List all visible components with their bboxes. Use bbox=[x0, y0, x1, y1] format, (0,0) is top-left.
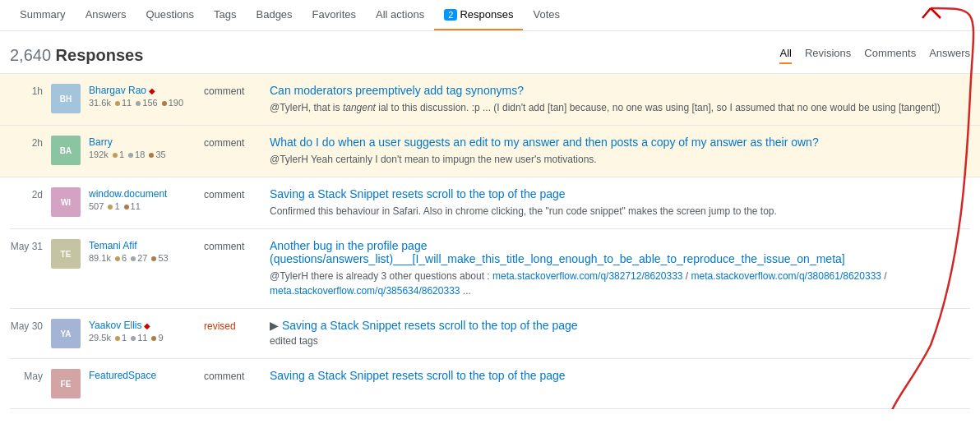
item-content: Can moderators preemptively add tag syno… bbox=[270, 84, 970, 115]
item-user: Yaakov Ellis ◆29.5k 1 11 9 bbox=[89, 319, 196, 343]
item-time: 2h bbox=[10, 136, 43, 149]
nav-item-favorites[interactable]: Favorites bbox=[303, 0, 366, 30]
item-row: May 30YAYaakov Ellis ◆29.5k 1 11 9revise… bbox=[10, 309, 970, 359]
item-row: 1hBHBhargav Rao ◆31.6k 11 156 190comment… bbox=[0, 74, 980, 126]
nav-item-badges[interactable]: Badges bbox=[247, 0, 303, 30]
username-link[interactable]: FeaturedSpace bbox=[89, 370, 156, 381]
item-content: ▶Saving a Stack Snippet resets scroll to… bbox=[270, 319, 970, 347]
top-nav: SummaryAnswersQuestionsTagsBadgesFavorit… bbox=[0, 0, 980, 31]
question-title-link[interactable]: Saving a Stack Snippet resets scroll to … bbox=[270, 369, 970, 382]
question-title-link[interactable]: Can moderators preemptively add tag syno… bbox=[270, 84, 970, 97]
page-wrapper: SummaryAnswersQuestionsTagsBadgesFavorit… bbox=[0, 0, 980, 409]
items-list: 1hBHBhargav Rao ◆31.6k 11 156 190comment… bbox=[0, 74, 980, 409]
filter-tab-answers[interactable]: Answers bbox=[929, 47, 970, 64]
question-title-link[interactable]: Another bug in the profile page (questio… bbox=[270, 239, 970, 265]
item-avatar: WI bbox=[51, 187, 81, 217]
item-row: May 31TETemani Afif89.1k 6 27 53commentA… bbox=[10, 229, 970, 309]
item-type: comment bbox=[204, 136, 261, 149]
username-link[interactable]: window.document bbox=[89, 188, 167, 200]
item-time: May 30 bbox=[10, 319, 43, 332]
item-row: 2hBABarry192k 1 18 35commentWhat do I do… bbox=[0, 126, 980, 177]
username-link[interactable]: Yaakov Ellis ◆ bbox=[89, 320, 150, 331]
item-time: May 31 bbox=[10, 239, 43, 252]
item-type: revised bbox=[204, 319, 261, 332]
item-user: Temani Afif89.1k 6 27 53 bbox=[89, 239, 196, 263]
username-link[interactable]: Temani Afif bbox=[89, 240, 137, 251]
item-user: window.document507 1 11 bbox=[89, 187, 196, 211]
response-count: 2,640 bbox=[10, 46, 56, 64]
nav-item-questions[interactable]: Questions bbox=[136, 0, 204, 30]
nav-item-responses[interactable]: 2Responses bbox=[434, 0, 523, 30]
user-rep: 192k 1 18 35 bbox=[89, 150, 196, 159]
filter-tabs: AllRevisionsCommentsAnswers bbox=[779, 47, 970, 64]
page-title: 2,640 Responses bbox=[10, 46, 143, 65]
item-type: comment bbox=[204, 187, 261, 200]
comment-text: @TylerH Yeah certainly I don't mean to i… bbox=[270, 152, 970, 167]
edit-note: edited tags bbox=[270, 335, 970, 347]
question-title-link[interactable]: ▶Saving a Stack Snippet resets scroll to… bbox=[270, 319, 970, 332]
filter-tab-revisions[interactable]: Revisions bbox=[805, 47, 851, 64]
filter-tab-all[interactable]: All bbox=[779, 47, 791, 64]
question-title-link[interactable]: What do I do when a user suggests an edi… bbox=[270, 136, 970, 149]
item-type: comment bbox=[204, 239, 261, 252]
user-rep: 89.1k 6 27 53 bbox=[89, 253, 196, 263]
nav-item-summary[interactable]: Summary bbox=[10, 0, 76, 30]
nav-item-votes[interactable]: Votes bbox=[523, 0, 570, 30]
comment-text: @TylerH there is already 3 other questio… bbox=[270, 269, 970, 298]
response-label: Responses bbox=[56, 46, 144, 64]
item-content: What do I do when a user suggests an edi… bbox=[270, 136, 970, 167]
user-rep: 507 1 11 bbox=[89, 201, 196, 211]
item-row: 2dWIwindow.document507 1 11commentSaving… bbox=[10, 177, 970, 229]
item-avatar: YA bbox=[51, 319, 81, 348]
item-type: comment bbox=[204, 369, 261, 382]
comment-text: @TylerH, that is tangent ial to this dis… bbox=[270, 100, 970, 115]
comment-text: Confirmed this behaviour in Safari. Also… bbox=[270, 204, 970, 219]
question-title-link[interactable]: Saving a Stack Snippet resets scroll to … bbox=[270, 187, 970, 200]
item-avatar: FE bbox=[51, 369, 81, 398]
nav-item-tags[interactable]: Tags bbox=[204, 0, 246, 30]
item-avatar: TE bbox=[51, 239, 81, 269]
nav-item-answers[interactable]: Answers bbox=[76, 0, 136, 30]
item-time: 2d bbox=[10, 187, 43, 200]
item-user: Bhargav Rao ◆31.6k 11 156 190 bbox=[89, 84, 196, 108]
item-avatar: BH bbox=[51, 84, 81, 113]
item-type: comment bbox=[204, 84, 261, 97]
username-link[interactable]: Barry bbox=[89, 136, 113, 148]
item-user: Barry192k 1 18 35 bbox=[89, 136, 196, 159]
filter-tab-comments[interactable]: Comments bbox=[864, 47, 916, 64]
username-link[interactable]: Bhargav Rao ◆ bbox=[89, 85, 155, 96]
item-content: Saving a Stack Snippet resets scroll to … bbox=[270, 187, 970, 219]
item-user: FeaturedSpace bbox=[89, 369, 196, 381]
nav-item-all-actions[interactable]: All actions bbox=[366, 0, 434, 30]
user-rep: 29.5k 1 11 9 bbox=[89, 333, 196, 343]
page-header: 2,640 Responses AllRevisionsCommentsAnsw… bbox=[0, 31, 980, 74]
item-avatar: BA bbox=[51, 136, 81, 165]
item-content: Another bug in the profile page (questio… bbox=[270, 239, 970, 298]
item-content: Saving a Stack Snippet resets scroll to … bbox=[270, 369, 970, 385]
nav-badge: 2 bbox=[444, 9, 457, 21]
user-rep: 31.6k 11 156 190 bbox=[89, 98, 196, 108]
item-time: 1h bbox=[10, 84, 43, 97]
item-time: May bbox=[10, 369, 43, 382]
item-row: MayFEFeaturedSpacecommentSaving a Stack … bbox=[10, 359, 970, 409]
